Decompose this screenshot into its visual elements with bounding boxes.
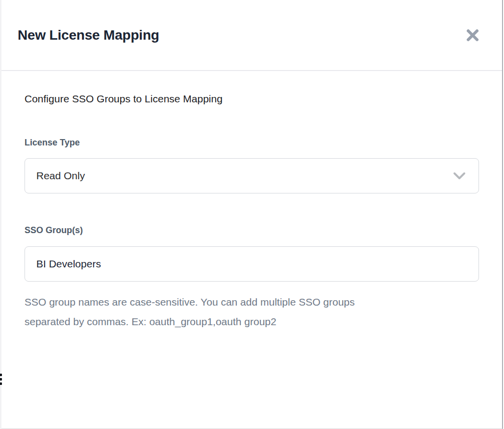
new-license-mapping-modal: New License Mapping Configure SSO Groups… (1, 0, 503, 429)
modal-title: New License Mapping (18, 27, 159, 43)
sso-groups-label: SSO Group(s) (25, 225, 479, 236)
license-type-select[interactable]: Read Only (25, 158, 479, 193)
sso-groups-input[interactable] (25, 246, 479, 282)
section-heading: Configure SSO Groups to License Mapping (25, 92, 479, 106)
chevron-down-icon (453, 172, 466, 180)
screen: New License Mapping Configure SSO Groups… (0, 0, 504, 429)
sso-groups-help-line-1: SSO group names are case-sensitive. You … (25, 296, 355, 308)
license-type-label: License Type (25, 137, 479, 148)
background-page-sliver (0, 0, 1, 429)
close-button[interactable] (463, 25, 482, 45)
sso-groups-help: SSO group names are case-sensitive. You … (25, 292, 479, 332)
modal-body: Configure SSO Groups to License Mapping … (1, 92, 502, 332)
clipped-menu-icon (0, 374, 2, 387)
license-type-selected-value: Read Only (36, 170, 85, 182)
modal-header: New License Mapping (1, 0, 502, 71)
sso-groups-help-line-2: separated by commas. Ex: oauth_group1,oa… (25, 316, 277, 327)
close-icon (465, 28, 480, 43)
